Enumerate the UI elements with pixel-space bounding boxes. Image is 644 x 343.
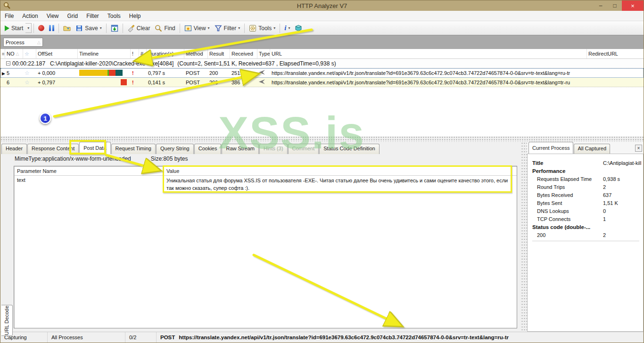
col-url[interactable]: URL xyxy=(270,49,587,58)
menu-view[interactable]: View xyxy=(42,12,63,20)
col-redirect-url[interactable]: RedirectURL xyxy=(587,49,644,58)
close-button[interactable]: × xyxy=(622,0,644,11)
tab-all-captured[interactable]: All Captured xyxy=(574,144,610,154)
col-bang[interactable]: ! xyxy=(131,49,139,58)
col-offset[interactable]: OffSet xyxy=(36,49,78,58)
annotation-badge-1: 1 xyxy=(40,113,51,124)
stop-icon xyxy=(38,25,44,31)
col-duration[interactable]: Duration(s) xyxy=(147,49,184,58)
request-row-6[interactable]: 6 ☆ + 0,797 ! 0,141 s POST 200 386 https… xyxy=(0,78,644,87)
error-bang-icon: ! xyxy=(132,80,134,85)
menu-tools[interactable]: Tools xyxy=(103,12,125,20)
start-button[interactable]: Start xyxy=(2,24,25,33)
grid-corner-icon: ≡ xyxy=(2,51,5,57)
row-pointer-icon: ▶ xyxy=(2,71,5,76)
play-icon xyxy=(5,25,9,31)
tab-comment[interactable]: Comment xyxy=(288,144,319,154)
minimize-button[interactable]: – xyxy=(594,0,608,11)
menu-help[interactable]: Help xyxy=(125,12,145,20)
window-title: HTTP Analyzer V7 xyxy=(297,2,347,9)
clear-eraser-icon xyxy=(127,24,135,32)
star-icon: ☆ xyxy=(25,79,30,86)
param-name-column[interactable]: Parameter Name xyxy=(14,166,164,175)
value-column[interactable]: Value xyxy=(164,168,517,174)
tab-query-string[interactable]: Query String xyxy=(156,144,194,154)
app-icon xyxy=(3,2,11,9)
request-url: https://translate.yandex.net/api/v1/tr.j… xyxy=(270,80,644,85)
menu-filter[interactable]: Filter xyxy=(82,12,103,20)
collapse-icon[interactable]: − xyxy=(6,61,10,65)
tools-menu-button[interactable]: Tools ▾ xyxy=(247,23,278,33)
side-tab-url-decode[interactable]: URL Decode xyxy=(1,305,13,336)
menu-action[interactable]: Action xyxy=(18,12,42,20)
title-label: Title xyxy=(532,160,603,166)
horizontal-splitter[interactable] xyxy=(0,136,644,142)
col-received[interactable]: Received xyxy=(230,49,257,58)
col-type[interactable]: Type xyxy=(257,49,270,58)
col-star[interactable]: ☆ xyxy=(23,49,36,58)
summary-body: TitleC:\Antiplagiat-kille... Performance… xyxy=(527,154,644,332)
info-menu-button[interactable]: i ▾ xyxy=(282,23,292,33)
find-magnifier-icon xyxy=(155,24,162,32)
request-row-5[interactable]: ▶ 5 ☆ + 0,000 ! 0,797 s POST 200 251 htt… xyxy=(0,68,644,78)
timeline-bar xyxy=(79,79,129,85)
post-data-header: Parameter Name Value xyxy=(14,166,517,176)
clear-button[interactable]: Clear xyxy=(125,23,153,33)
panel-close-button[interactable]: × xyxy=(635,145,642,152)
param-name-cell: text xyxy=(14,176,164,194)
mime-type-label: MimeType:application/x-www-form-urlencod… xyxy=(15,155,131,162)
capture-window-button[interactable] xyxy=(108,23,121,33)
menu-file[interactable]: File xyxy=(0,12,18,20)
col-result[interactable]: Result xyxy=(208,49,230,58)
tab-cookies[interactable]: Cookies xyxy=(194,144,222,154)
group-by-process-chip[interactable]: Process △ xyxy=(3,38,43,47)
save-dropdown[interactable]: ▾ xyxy=(100,26,102,30)
open-button[interactable] xyxy=(61,23,73,33)
summary-tabs: Current Process All Captured × xyxy=(527,142,644,154)
star-icon: ☆ xyxy=(25,51,29,57)
vertical-splitter[interactable] xyxy=(521,142,527,332)
param-value-cell: Уникальная статья для форума XSS.IS от п… xyxy=(164,176,517,194)
tab-post-data[interactable]: Post Data xyxy=(79,142,110,154)
help-button[interactable] xyxy=(292,23,305,33)
tab-current-process[interactable]: Current Process xyxy=(528,142,573,154)
sort-asc-icon: △ xyxy=(37,40,41,45)
restore-button[interactable]: □ xyxy=(608,0,622,11)
save-button[interactable]: Save ▾ xyxy=(73,23,104,33)
view-menu-button[interactable]: View ▾ xyxy=(182,23,212,33)
filter-menu-button[interactable]: Filter ▾ xyxy=(212,23,243,33)
post-data-box: Parameter Name Value text Уникальная ста… xyxy=(14,166,517,328)
tab-response-content[interactable]: Response Content xyxy=(27,144,79,154)
tab-hints[interactable]: Hints (3) xyxy=(259,144,288,154)
request-grid: − 00:00:22.187 C:\Antiplagiat-killer-202… xyxy=(0,59,644,136)
col-timeline[interactable]: Timeline xyxy=(78,49,131,58)
col-no[interactable]: NO △ xyxy=(5,49,23,58)
app-window: HTTP Analyzer V7 – □ × File Action View … xyxy=(0,0,644,343)
title-bar: HTTP Analyzer V7 – □ × xyxy=(0,0,644,11)
open-folder-icon xyxy=(63,24,71,32)
title-value: C:\Antiplagiat-kille... xyxy=(603,160,641,166)
menu-grid[interactable]: Grid xyxy=(63,12,83,20)
stop-button[interactable] xyxy=(36,24,47,33)
request-type-icon xyxy=(259,79,265,84)
tools-gear-icon xyxy=(249,24,256,32)
process-path: C:\Antiplagiat-killer-2020\Cracked-exe-.… xyxy=(50,60,173,67)
post-data-row[interactable]: text Уникальная статья для форума XSS.IS… xyxy=(14,176,517,194)
process-group-row[interactable]: − 00:00:22.187 C:\Antiplagiat-killer-202… xyxy=(0,59,644,68)
filter-funnel-icon xyxy=(215,24,222,32)
group-by-strip: Process △ xyxy=(0,35,644,49)
col-method[interactable]: Method xyxy=(184,49,208,58)
tab-request-timing[interactable]: Request Timing xyxy=(111,144,156,154)
help-book-icon xyxy=(295,24,302,32)
tab-header[interactable]: Header xyxy=(1,144,27,154)
detail-tabs: Header Response Content Post Data Reques… xyxy=(1,142,521,154)
error-bang-icon: ! xyxy=(132,70,134,76)
tab-raw-stream[interactable]: Raw Stream xyxy=(222,144,259,154)
col-hash[interactable]: # xyxy=(139,49,147,58)
pause-button[interactable] xyxy=(47,24,57,33)
status-bar: Capturing All Processes 0/2 POST https:/… xyxy=(0,332,644,343)
view-window-icon xyxy=(184,24,192,32)
tab-status-code-definition[interactable]: Status Code Definition xyxy=(319,144,379,154)
find-button[interactable]: Find xyxy=(152,23,177,33)
start-dropdown[interactable]: ▾ xyxy=(25,23,32,33)
